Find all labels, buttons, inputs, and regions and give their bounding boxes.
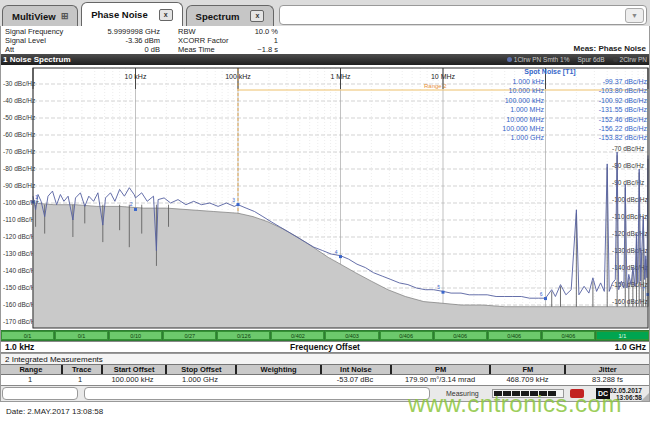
meas-mode-label: Meas: Phase Noise [574,44,646,53]
xcorr-segment: 0/406 [488,331,541,340]
svg-text:2: 2 [130,201,133,207]
spot-noise-row: 100.000 kHz-100.92 dBc/Hz [452,96,648,105]
svg-text:-90 dBc/Hz: -90 dBc/Hz [3,182,35,189]
tab-multiview-label: MultiView [12,11,56,22]
svg-text:-70 dBc/Hz: -70 dBc/Hz [3,148,35,155]
xcorr-segment: 0/126 [217,331,270,340]
legend-trace2: 2Clrw PN [613,54,647,65]
signal-level-label: Signal Level [5,36,46,45]
spot-noise-row: 1.000 kHz-99.37 dBc/Hz [452,77,648,86]
measurement-header: Signal Frequency5.9999998 GHz Signal Lev… [0,26,650,54]
svg-text:1: 1 [35,194,38,200]
svg-text:Range 2: Range 2 [424,83,447,89]
rbw-label: RBW [178,27,196,36]
multiview-grid-icon: ⊞ [61,12,69,20]
tab-phase-noise-label: Phase Noise [91,9,148,20]
xcorr-segment: 0/402 [271,331,324,340]
svg-text:-50 dBc/Hz: -50 dBc/Hz [3,114,35,121]
integrated-measurements-header: Range Trace Start Offset Stop Offset Wei… [0,364,650,375]
tab-phase-noise[interactable]: Phase Noise x [81,2,182,26]
screenshot-date-label: Date: 2.MAY.2017 13:08:58 [6,407,103,416]
rbw-value[interactable]: 10.0 % [255,27,278,36]
xcorr-segment: 0/406 [434,331,487,340]
tab-spectrum-label: Spectrum [196,11,240,22]
integrated-measurements-title: 2 Integrated Measurements [0,353,650,364]
xcorr-segment: 0/406 [542,331,595,340]
x-axis-bar: 1.0 kHz Frequency Offset 1.0 GHz [0,341,650,353]
left-edge-divider [0,26,1,402]
legend-trace1: 1Clrw PN Smth 1% [507,54,570,65]
xcorr-segment-active: 1/1 [596,331,649,340]
meas-time-value[interactable]: ~1.8 s [257,45,278,54]
spot-noise-row: 10.000 kHz-103.80 dBc/Hz [452,86,648,95]
att-label: Att [5,45,14,54]
trace1-dot-icon [507,57,512,62]
header-right-group: RBW10.0 % XCORR Factor1 Meas Time~1.8 s [178,27,278,54]
svg-text:1 MHz: 1 MHz [330,73,351,80]
x-axis-stop: 1.0 GHz [615,342,646,352]
spot-noise-row: 1.000 GHz-153.82 dBc/Hz [452,133,648,142]
phase-noise-analyzer-window: MultiView ⊞ Phase Noise x Spectrum x ▼ S… [0,0,650,422]
svg-text:-80 dBc/Hz: -80 dBc/Hz [3,165,35,172]
tab-bar: MultiView ⊞ Phase Noise x Spectrum x ▼ [0,0,650,26]
svg-text:5: 5 [437,284,440,290]
xcorr-segment: 0/406 [380,331,433,340]
svg-text:-70 dBc/Hz: -70 dBc/Hz [612,145,644,152]
trace2-dot-icon [613,57,618,62]
legend-spur: Spur 6dB [577,54,604,65]
xcorr-segment: 0/1 [55,331,108,340]
att-value[interactable]: 0 dB [145,45,160,54]
meas-time-label: Meas Time [178,45,215,54]
integrated-measurements: 2 Integrated Measurements Range Trace St… [0,353,650,386]
signal-frequency-value[interactable]: 5.9999998 GHz [107,27,160,36]
tab-spectrum[interactable]: Spectrum x [186,5,275,26]
tab-multiview[interactable]: MultiView ⊞ [2,5,78,26]
svg-text:10 kHz: 10 kHz [125,73,147,80]
noise-spectrum-title: 1 Noise Spectrum [3,54,71,65]
tab-phase-noise-close-icon[interactable]: x [159,9,173,21]
xcorr-progress-bar: 0/1 0/1 0/10 0/27 0/126 0/402 0/403 0/40… [0,330,650,341]
svg-text:4: 4 [335,249,338,255]
noise-spectrum-titlebar: 1 Noise Spectrum 1Clrw PN Smth 1% Spur 6… [0,54,650,65]
svg-text:3: 3 [232,197,235,203]
watermark: www.cntronics.com [408,390,622,418]
spot-noise-title: Spot Noise [T1] [452,67,648,77]
tab-spectrum-close-icon[interactable]: x [250,10,264,22]
svg-text:7: 7 [642,286,645,292]
softkey-area-center[interactable] [84,387,430,400]
svg-text:-40 dBc/Hz: -40 dBc/Hz [3,97,35,104]
signal-level-value[interactable]: -3.36 dBm [125,36,160,45]
xcorr-segment: 0/403 [325,331,378,340]
xcorr-factor-value[interactable]: 1 [274,36,278,45]
trace-legend: 1Clrw PN Smth 1% Spur 6dB 2Clrw PN [507,54,647,65]
tab-scroll-arrow-icon[interactable]: ▼ [625,8,644,23]
tab-strip-empty: ▼ [279,5,647,25]
xcorr-segment: 0/27 [163,331,216,340]
spot-noise-row: 10.000 MHz-152.46 dBc/Hz [452,115,648,124]
spot-noise-row: 100.000 MHz-156.22 dBc/Hz [452,124,648,133]
spot-noise-table: Spot Noise [T1] 1.000 kHz-99.37 dBc/Hz 1… [452,67,648,143]
svg-text:-30 dBc/Hz: -30 dBc/Hz [3,80,35,87]
svg-text:6: 6 [540,291,543,297]
header-left-group: Signal Frequency5.9999998 GHz Signal Lev… [5,27,160,54]
xcorr-segment: 0/1 [1,331,54,340]
svg-text:-60 dBc/Hz: -60 dBc/Hz [3,131,35,138]
xcorr-factor-label: XCORR Factor [178,36,228,45]
softkey-area-left[interactable] [2,387,78,400]
spot-noise-row: 1.000 MHz-131.55 dBc/Hz [452,105,648,114]
x-axis-label: Frequency Offset [0,342,650,352]
xcorr-segment: 0/10 [109,331,162,340]
integrated-measurements-row: 1 1 100.000 kHz 1.000 GHz -53.07 dBc 179… [0,375,650,385]
signal-frequency-label: Signal Frequency [5,27,63,36]
